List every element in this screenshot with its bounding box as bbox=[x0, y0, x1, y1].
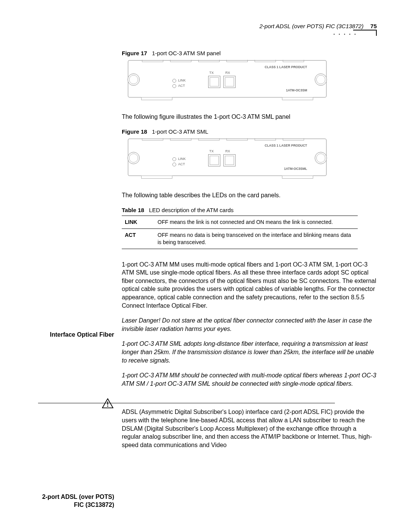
rx-label: RX bbox=[225, 70, 230, 75]
page: 2-port ADSL (over POTS) FIC (3C13872) 75… bbox=[0, 0, 411, 532]
act-led-label: ACT bbox=[172, 83, 185, 88]
screw-icon bbox=[127, 152, 140, 164]
figure-18-caption: Figure 18 1-port OC-3 ATM SML bbox=[122, 128, 377, 136]
rx-label: RX bbox=[225, 149, 230, 153]
rx-port-icon bbox=[223, 76, 236, 88]
table-18-label: Table 18 bbox=[122, 207, 144, 213]
intro-paragraph-fig18: The following figure illustrates the 1-p… bbox=[122, 113, 377, 121]
link-led-label: LINK bbox=[172, 78, 186, 83]
figure-18-label: Figure 18 bbox=[122, 128, 147, 135]
tx-port-icon bbox=[208, 154, 220, 166]
screw-icon bbox=[315, 152, 327, 164]
table-row: LINK OFF means the link is not connected… bbox=[122, 216, 358, 228]
screw-icon bbox=[127, 73, 140, 86]
figure-17-text: 1-port OC-3 ATM SM panel bbox=[152, 50, 221, 56]
led-desc: OFF means the link is not connected and … bbox=[155, 216, 358, 228]
table-18-text: LED description of the ATM cards bbox=[149, 207, 233, 213]
side-heading-adsl: 2-port ADSL (over POTS) FIC (3C13872) bbox=[38, 493, 114, 509]
running-title: 2-port ADSL (over POTS) FIC (3C13872) bbox=[260, 23, 363, 29]
figure-18-text: 1-port OC-3 ATM SML bbox=[152, 128, 208, 135]
laser-warning: Laser Danger! Do not stare at the optica… bbox=[122, 316, 377, 333]
side-heading-optical-fiber: Interface Optical Fiber bbox=[38, 331, 114, 339]
sml-distance-warning: 1-port OC-3 ATM SML adopts long-distance… bbox=[122, 340, 377, 364]
figure-17-panel: TX RX LINK ACT CLASS 1 LASER PRODUCT 1AT… bbox=[128, 60, 327, 97]
page-number: 75 bbox=[370, 23, 377, 29]
fiber-type-warning: 1-port OC-3 ATM MM should be connected w… bbox=[122, 371, 377, 388]
figure-17-caption: Figure 17 1-port OC-3 ATM SM panel bbox=[122, 50, 377, 57]
link-led-label: LINK bbox=[172, 157, 186, 161]
table-row: ACT OFF means no data is being transceiv… bbox=[122, 228, 358, 249]
model-label: 1ATM-OC3SM bbox=[286, 88, 307, 93]
table-18-caption: Table 18 LED description of the ATM card… bbox=[122, 206, 377, 214]
figure-18-panel: TX RX LINK ACT CLASS 1 LASER PRODUCT 1AT… bbox=[128, 139, 327, 176]
adsl-paragraph: ADSL (Asymmetric Digital Subscriber's Lo… bbox=[122, 408, 377, 449]
tx-port-icon bbox=[208, 76, 220, 88]
tx-label: TX bbox=[209, 70, 214, 75]
optical-fiber-paragraph: 1-port OC-3 ATM MM uses multi-mode optic… bbox=[122, 260, 377, 310]
act-led-label: ACT bbox=[172, 162, 185, 166]
led-name: ACT bbox=[122, 228, 155, 249]
header-ornament bbox=[353, 30, 377, 36]
figure-17-label: Figure 17 bbox=[122, 50, 147, 56]
running-header: 2-port ADSL (over POTS) FIC (3C13872) 75 bbox=[260, 23, 377, 29]
led-name: LINK bbox=[122, 216, 155, 228]
laser-label: CLASS 1 LASER PRODUCT bbox=[265, 65, 307, 69]
laser-label: CLASS 1 LASER PRODUCT bbox=[265, 144, 307, 148]
led-desc: OFF means no data is being transceived o… bbox=[155, 228, 358, 249]
svg-point-2 bbox=[107, 406, 108, 407]
model-label: 1ATM-OC3SML bbox=[284, 167, 307, 171]
led-table: LINK OFF means the link is not connected… bbox=[122, 216, 358, 249]
intro-paragraph-table: The following table describes the LEDs o… bbox=[122, 191, 377, 200]
screw-icon bbox=[315, 73, 327, 86]
main-content: Figure 17 1-port OC-3 ATM SM panel TX RX… bbox=[122, 50, 377, 449]
section-divider bbox=[38, 403, 335, 403]
rx-port-icon bbox=[223, 154, 236, 166]
tx-label: TX bbox=[209, 149, 214, 153]
